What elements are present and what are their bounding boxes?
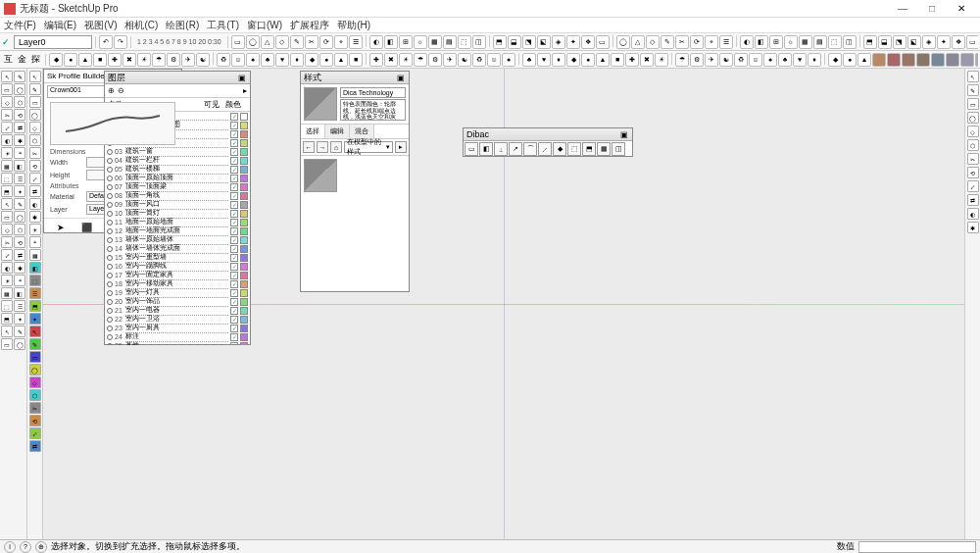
styles-panel-title[interactable]: 样式 ▣ — [301, 72, 409, 84]
tb1-btn-17[interactable]: ⬒ — [493, 35, 507, 49]
tb1-btn-16[interactable]: ◫ — [472, 35, 486, 49]
tb2-btn-10[interactable]: ☯ — [196, 53, 210, 67]
tb2-btn-30[interactable]: ♠ — [502, 53, 515, 67]
tb1-btn-43[interactable]: ⬔ — [893, 35, 906, 49]
rtool-2[interactable]: ▭ — [967, 98, 979, 110]
ltool1-8-1[interactable]: ☰ — [14, 173, 25, 184]
layer-visibility-checkbox[interactable]: ✓ — [230, 263, 238, 271]
tb2-btn-42[interactable]: ⚙ — [690, 53, 704, 67]
layer-visibility-checkbox[interactable]: ✓ — [230, 272, 238, 279]
tb1-btn-5[interactable]: ✂ — [305, 35, 318, 49]
tb2-btn-6[interactable]: ☀ — [137, 53, 151, 67]
layer-radio[interactable] — [107, 202, 113, 208]
tb1-btn-47[interactable]: ❖ — [952, 35, 965, 49]
ltool1-17-0[interactable]: ▦ — [1, 287, 13, 299]
tb1-btn-34[interactable]: ◧ — [755, 35, 768, 49]
ltool1-5-0[interactable]: ◐ — [1, 134, 13, 146]
tb2-swatch-7[interactable] — [975, 53, 978, 67]
ltool2-2[interactable]: ▭ — [29, 96, 41, 108]
layer-color-swatch[interactable] — [240, 183, 248, 191]
rtool-1[interactable]: ✎ — [967, 84, 979, 96]
ltool1-2-1[interactable]: ⬡ — [14, 96, 25, 108]
rtool-4[interactable]: ◇ — [967, 126, 979, 137]
tb1-btn-2[interactable]: △ — [261, 35, 274, 49]
tb2-btn-1[interactable]: ● — [64, 53, 77, 67]
pb-action-1[interactable]: ⬛ — [81, 222, 93, 233]
tb2-btn-34[interactable]: ◆ — [566, 53, 580, 67]
dibac-tool-3[interactable]: ↗ — [509, 142, 522, 156]
ltool2-15[interactable]: ◧ — [29, 262, 41, 274]
ltool1-1-0[interactable]: ▭ — [1, 83, 13, 95]
ltool1-21-1[interactable]: ◯ — [14, 338, 25, 350]
ltool1-10-1[interactable]: ✎ — [14, 198, 25, 210]
tb2-btn-44[interactable]: ☯ — [719, 53, 733, 67]
ltool2-27[interactable]: ⟲ — [29, 415, 41, 427]
tb2-btn-18[interactable]: ● — [319, 53, 333, 67]
rtool-3[interactable]: ◯ — [967, 112, 979, 124]
tb1-btn-20[interactable]: ⬕ — [537, 35, 551, 49]
tb1-btn-40[interactable]: ◫ — [843, 35, 857, 49]
ltool1-0-1[interactable]: ✎ — [14, 71, 25, 82]
tb1-btn-39[interactable]: ⬚ — [828, 35, 842, 49]
menu-item-6[interactable]: 窗口(W) — [247, 19, 282, 32]
ltool1-18-0[interactable]: ⬚ — [1, 300, 13, 312]
ltool2-0[interactable]: ↖ — [29, 71, 41, 82]
layer-color-swatch[interactable] — [240, 157, 248, 165]
tb2-btn-27[interactable]: ☯ — [458, 53, 471, 67]
tb2-btn-17[interactable]: ◆ — [305, 53, 318, 67]
tb2-btn-48[interactable]: ♣ — [778, 53, 792, 67]
menu-item-5[interactable]: 工具(T) — [207, 19, 239, 32]
style-nav-menu-icon[interactable]: ▸ — [395, 141, 407, 153]
rtool-0[interactable]: ↖ — [967, 71, 979, 82]
tb1-btn-0[interactable]: ▭ — [231, 35, 245, 49]
layer-color-swatch[interactable] — [240, 201, 248, 209]
dibac-title[interactable]: Dibac ▣ — [464, 128, 632, 141]
ltool1-6-0[interactable]: ☀ — [1, 147, 13, 159]
tb2-btn-8[interactable]: ⚙ — [167, 53, 180, 67]
ltool2-11[interactable]: ✱ — [29, 211, 41, 223]
layer-visibility-checkbox[interactable]: ✓ — [230, 325, 238, 332]
layer-color-swatch[interactable] — [240, 254, 248, 262]
tb2-btn-51[interactable]: ◆ — [828, 53, 842, 67]
layer-radio[interactable] — [107, 317, 113, 323]
tb2-swatch-0[interactable] — [872, 53, 886, 67]
layer-radio[interactable] — [107, 290, 113, 296]
ltool2-10[interactable]: ◐ — [29, 198, 41, 210]
tb2-swatch-3[interactable] — [916, 53, 930, 67]
tb2-label-2[interactable]: 金 — [16, 53, 28, 66]
layers-header-visible[interactable]: 可见 — [204, 99, 225, 110]
layer-color-swatch[interactable] — [240, 227, 248, 235]
tb2-btn-15[interactable]: ♥ — [275, 53, 289, 67]
ltool1-16-1[interactable]: ⌖ — [14, 275, 25, 286]
ltool2-22[interactable]: ▭ — [29, 351, 41, 363]
layer-visibility-checkbox[interactable]: ✓ — [230, 192, 238, 200]
tb2-btn-45[interactable]: ♻ — [734, 53, 748, 67]
layer-color-swatch[interactable] — [240, 236, 248, 244]
tb1-btn-42[interactable]: ⬓ — [878, 35, 892, 49]
layer-color-swatch[interactable] — [240, 122, 248, 129]
menu-item-0[interactable]: 文件(F) — [4, 19, 36, 32]
style-name-field[interactable]: Dica Technology — [340, 87, 406, 98]
layer-color-swatch[interactable] — [240, 342, 248, 346]
style-nav-forward-icon[interactable]: → — [317, 141, 328, 153]
tb2-label-3[interactable]: 探 — [29, 53, 42, 66]
ltool1-1-1[interactable]: ◯ — [14, 83, 25, 95]
tb1-btn-26[interactable]: △ — [631, 35, 645, 49]
ltool2-8[interactable]: ⤢ — [29, 173, 41, 184]
tb1-btn-27[interactable]: ◇ — [646, 35, 660, 49]
ltool1-14-1[interactable]: ⇄ — [14, 249, 25, 261]
tb2-btn-21[interactable]: ✚ — [369, 53, 383, 67]
style-tab-edit[interactable]: 编辑 — [325, 125, 350, 138]
ltool1-19-0[interactable]: ⬒ — [1, 313, 13, 325]
ltool1-7-0[interactable]: ▦ — [1, 160, 13, 172]
dibac-tool-0[interactable]: ▭ — [465, 142, 478, 156]
layer-color-swatch[interactable] — [240, 298, 248, 306]
tb2-btn-12[interactable]: ☺ — [231, 53, 245, 67]
ltool2-5[interactable]: ⬡ — [29, 134, 41, 146]
tb1-btn-45[interactable]: ◈ — [922, 35, 936, 49]
layer-color-swatch[interactable] — [240, 307, 248, 315]
tb2-btn-50[interactable]: ♦ — [808, 53, 821, 67]
tb2-btn-19[interactable]: ▲ — [334, 53, 348, 67]
layer-color-swatch[interactable] — [240, 113, 248, 121]
minimize-button[interactable]: — — [888, 1, 917, 17]
